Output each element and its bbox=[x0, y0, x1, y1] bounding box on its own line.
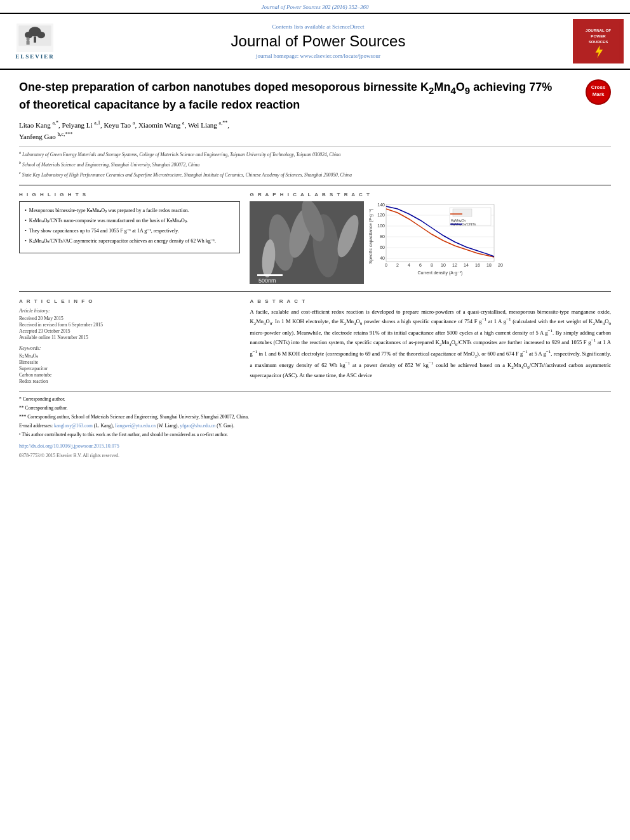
footnote-1: ¹ This author contributed equally to thi… bbox=[19, 431, 611, 439]
bullet-icon: • bbox=[25, 217, 27, 225]
svg-text:18: 18 bbox=[487, 263, 492, 267]
affiliation-a: a Laboratory of Green Energy Materials a… bbox=[19, 149, 611, 158]
highlight-1: • Mesoporous birnessite-type K₂Mn₄O₉ was… bbox=[25, 207, 234, 215]
footnote-1-text: ¹ This author contributed equally to thi… bbox=[19, 432, 228, 437]
email-1-link[interactable]: kangloxy@163.com bbox=[54, 423, 93, 429]
email3-note: (Y. Gao). bbox=[217, 423, 234, 429]
copyright-line: 0378-7753/© 2015 Elsevier B.V. All right… bbox=[19, 452, 611, 460]
abstract-section: A B S T R A C T A facile, scalable and c… bbox=[250, 298, 611, 385]
affiliation-b-text: School of Materials Science and Engineer… bbox=[22, 162, 199, 168]
crossmark: Cross Mark bbox=[586, 79, 611, 105]
svg-text:Current density (A·g⁻¹): Current density (A·g⁻¹) bbox=[418, 270, 463, 276]
bullet-icon: • bbox=[25, 207, 27, 215]
ga-chart: Specific capacitance (F·g⁻¹) 40 60 80 10… bbox=[367, 201, 611, 285]
abstract-text: A facile, scalable and cost-efficient re… bbox=[250, 308, 611, 380]
main-content: One-step preparation of carbon nanotubes… bbox=[0, 70, 630, 466]
svg-text:Specific capacitance (F·g⁻¹): Specific capacitance (F·g⁻¹) bbox=[368, 208, 373, 263]
graphical-abstract-col: G R A P H I C A L A B S T R A C T bbox=[250, 192, 611, 285]
svg-rect-5 bbox=[34, 36, 36, 43]
received-revised: Received in revised form 6 September 201… bbox=[19, 322, 240, 328]
svg-text:2: 2 bbox=[397, 263, 399, 267]
journal-citation: Journal of Power Sources 302 (2016) 352–… bbox=[261, 4, 368, 10]
article-info-abstract-section: A R T I C L E I N F O Article history: R… bbox=[19, 291, 611, 385]
header: ELSEVIER Contents lists available at Sci… bbox=[0, 14, 630, 70]
received-date: Received 20 May 2015 bbox=[19, 316, 240, 321]
accepted-date: Accepted 23 October 2015 bbox=[19, 328, 240, 334]
svg-text:POWER: POWER bbox=[591, 34, 606, 38]
science-direct-link[interactable]: ScienceDirect bbox=[332, 23, 364, 30]
highlight-2-text: K₂Mn₄O₉/CNTs nano-composite was manufact… bbox=[29, 217, 188, 225]
corresponding-2-text: ** Corresponding author. bbox=[19, 405, 67, 411]
article-history: Article history: Received 20 May 2015 Re… bbox=[19, 308, 240, 340]
highlights-label: H I G H L I G H T S bbox=[19, 192, 240, 197]
ga-chart-svg: Specific capacitance (F·g⁻¹) 40 60 80 10… bbox=[367, 201, 507, 284]
svg-text:Cross: Cross bbox=[591, 84, 606, 90]
highlights-graphical-section: H I G H L I G H T S • Mesoporous birness… bbox=[19, 185, 611, 285]
article-title-section: One-step preparation of carbon nanotubes… bbox=[19, 79, 611, 113]
journal-cover-image: JOURNAL OF POWER SOURCES bbox=[573, 19, 624, 63]
elsevier-logo: ELSEVIER bbox=[6, 23, 64, 60]
highlight-1-text: Mesoporous birnessite-type K₂Mn₄O₉ was p… bbox=[29, 207, 189, 215]
received-revised-text: Received in revised form 6 September 201… bbox=[19, 322, 103, 328]
svg-text:100: 100 bbox=[378, 223, 385, 228]
svg-point-6 bbox=[27, 37, 30, 40]
article-info-label: A R T I C L E I N F O bbox=[19, 298, 240, 304]
keyword-3: Supercapacitor bbox=[19, 366, 240, 371]
authors: Litao Kang a,*, Peiyang Li a,1, Keyu Tao… bbox=[19, 119, 611, 143]
svg-text:14: 14 bbox=[464, 263, 469, 267]
keyword-4: Carbon nanotube bbox=[19, 372, 240, 378]
email-3-link[interactable]: yfgao@shu.edu.cn bbox=[180, 423, 215, 429]
svg-text:10: 10 bbox=[441, 263, 446, 267]
keyword-5: Redox reaction bbox=[19, 378, 240, 384]
affiliation-a-text: Laboratory of Green Energy Materials and… bbox=[22, 152, 340, 157]
abstract-label: A B S T R A C T bbox=[250, 298, 611, 304]
affiliation-c: c State Key Laboratory of High Performan… bbox=[19, 170, 611, 178]
crossmark-svg: Cross Mark bbox=[586, 79, 611, 105]
elsevier-text: ELSEVIER bbox=[15, 53, 55, 60]
svg-text:16: 16 bbox=[476, 263, 481, 267]
highlights-col: H I G H L I G H T S • Mesoporous birness… bbox=[19, 192, 240, 285]
history-label: Article history: bbox=[19, 308, 240, 314]
keyword-1: K₂Mn₄O₉ bbox=[19, 353, 240, 359]
keyword-2: Birnessite bbox=[19, 359, 240, 365]
svg-text:60: 60 bbox=[380, 245, 385, 250]
available-online: Available online 11 November 2015 bbox=[19, 335, 240, 340]
crossmark-icon: Cross Mark bbox=[586, 79, 611, 105]
elsevier-tree-icon bbox=[16, 23, 54, 52]
highlights-box: • Mesoporous birnessite-type K₂Mn₄O₉ was… bbox=[19, 201, 240, 253]
email1-note: (L. Kang), bbox=[94, 423, 115, 429]
svg-text:SOURCES: SOURCES bbox=[588, 39, 608, 44]
homepage-text: journal homepage: bbox=[256, 53, 300, 59]
doi-link[interactable]: http://dx.doi.org/10.1016/j.jpowsour.201… bbox=[19, 443, 119, 449]
bullet-icon: • bbox=[25, 237, 27, 245]
highlight-2: • K₂Mn₄O₉/CNTs nano-composite was manufa… bbox=[25, 217, 234, 225]
svg-text:Mark: Mark bbox=[593, 91, 605, 97]
email-2-link[interactable]: liangwei@ytu.edu.cn bbox=[115, 423, 156, 429]
footnote-corresponding-3: *** Corresponding author, School of Mate… bbox=[19, 413, 611, 421]
affiliation-b: b School of Materials Science and Engine… bbox=[19, 159, 611, 168]
bullet-icon: • bbox=[25, 227, 27, 235]
footnote-corresponding-2: ** Corresponding author. bbox=[19, 404, 611, 412]
science-direct-text: Contents lists available at bbox=[272, 23, 332, 30]
science-direct-line: Contents lists available at ScienceDirec… bbox=[70, 23, 566, 30]
sem-image: 500nm bbox=[250, 201, 364, 284]
footnote-corresponding-1: * Corresponding author. bbox=[19, 396, 611, 403]
footnotes: * Corresponding author. ** Corresponding… bbox=[19, 391, 611, 460]
svg-text:20: 20 bbox=[499, 263, 504, 267]
svg-text:12: 12 bbox=[453, 263, 458, 267]
journal-homepage: journal homepage: www.elsevier.com/locat… bbox=[70, 53, 566, 59]
corresponding-3-text: *** Corresponding author, School of Mate… bbox=[19, 414, 249, 420]
svg-text:120: 120 bbox=[378, 213, 385, 217]
elsevier-logo-section: ELSEVIER bbox=[6, 23, 64, 60]
affiliations: a Laboratory of Green Energy Materials a… bbox=[19, 146, 611, 178]
journal-top-bar: Journal of Power Sources 302 (2016) 352–… bbox=[0, 0, 630, 14]
svg-text:4: 4 bbox=[408, 263, 411, 267]
affiliation-c-text: State Key Laboratory of High Performance… bbox=[22, 171, 352, 177]
article-title: One-step preparation of carbon nanotubes… bbox=[19, 79, 553, 113]
highlight-3: • They show capacitances up to 754 and 1… bbox=[25, 227, 234, 235]
footnote-emails: E-mail addresses: kangloxy@163.com (L. K… bbox=[19, 422, 611, 430]
graphical-abstract-content: 500nm Specific capacitance (F·g⁻¹) bbox=[250, 201, 611, 285]
homepage-link[interactable]: www.elsevier.com/locate/jpowsour bbox=[300, 53, 380, 59]
highlight-4: • K₂Mn₄O₉/CNTs//AC asymmetric supercapac… bbox=[25, 237, 234, 245]
sem-image-svg: 500nm bbox=[250, 201, 364, 284]
